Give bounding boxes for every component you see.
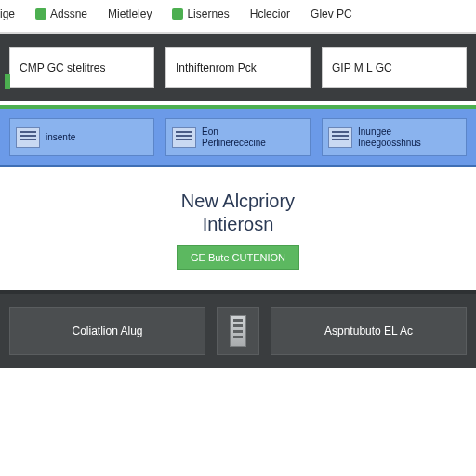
nav-label: Glev PC <box>311 7 352 20</box>
nav-label: Hclecior <box>250 7 290 20</box>
badge-icon <box>172 8 183 20</box>
card-line2: Ineegoosshnus <box>358 138 421 149</box>
nav-item-3[interactable]: Lisernes <box>172 7 229 20</box>
bottom-panel-0[interactable]: Coliatlion Alug <box>9 307 205 355</box>
blue-band: insente Eon Perlinerececine Inungee Inee… <box>0 105 476 167</box>
nav-label: Adssne <box>50 7 87 20</box>
top-nav: ige Adssne Mietleley Lisernes Hclecior G… <box>0 0 476 32</box>
nav-label: Mietleley <box>108 7 152 20</box>
panel-label: GIP M L GC <box>332 61 392 74</box>
server-icon <box>230 315 246 347</box>
card-line1: Inungee <box>358 126 421 138</box>
bottom-panel-row: Coliatlion Alug Aspntubuto EL Ac <box>0 290 476 368</box>
nav-label: ige <box>0 7 15 20</box>
nav-item-1[interactable]: Adssne <box>35 7 87 20</box>
card-line1: Eon <box>202 126 266 138</box>
headline: New Alcpriory Intierosn <box>181 190 295 236</box>
headline-line1: New Alcpriory <box>181 190 295 213</box>
nav-item-0[interactable]: ige <box>0 7 15 20</box>
blue-card-0[interactable]: insente <box>9 118 154 156</box>
panel-label: Inthiftenrom Pck <box>176 61 257 74</box>
cta-button[interactable]: GE Bute CUTENION <box>177 245 299 270</box>
panel-label: Aspntubuto EL Ac <box>324 324 413 337</box>
nav-item-2[interactable]: Mietleley <box>108 7 152 20</box>
doc-icon <box>328 127 352 148</box>
doc-icon <box>172 127 196 148</box>
nav-item-5[interactable]: Glev PC <box>311 7 352 20</box>
top-panel-0[interactable]: CMP GC stelitres <box>9 47 154 88</box>
server-panel[interactable] <box>217 307 259 355</box>
nav-label: Lisernes <box>187 7 229 20</box>
badge-icon <box>35 8 46 20</box>
cta-label: GE Bute CUTENION <box>191 252 285 263</box>
center-area: New Alcpriory Intierosn GE Bute CUTENION <box>0 167 476 277</box>
panel-label: Coliatlion Alug <box>72 324 142 337</box>
card-line2: insente <box>46 132 75 143</box>
nav-item-4[interactable]: Hclecior <box>250 7 290 20</box>
panel-label: CMP GC stelitres <box>20 61 105 74</box>
top-panel-row: CMP GC stelitres Inthiftenrom Pck GIP M … <box>0 32 476 101</box>
blue-card-2[interactable]: Inungee Ineegoosshnus <box>322 118 467 156</box>
card-line2: Perlinerececine <box>202 138 266 149</box>
blue-card-1[interactable]: Eon Perlinerececine <box>165 118 311 156</box>
bottom-panel-1[interactable]: Aspntubuto EL Ac <box>271 307 467 355</box>
top-panel-1[interactable]: Inthiftenrom Pck <box>165 47 311 88</box>
headline-line2: Intierosn <box>181 213 295 236</box>
top-panel-2[interactable]: GIP M L GC <box>322 47 467 88</box>
doc-icon <box>16 127 40 148</box>
